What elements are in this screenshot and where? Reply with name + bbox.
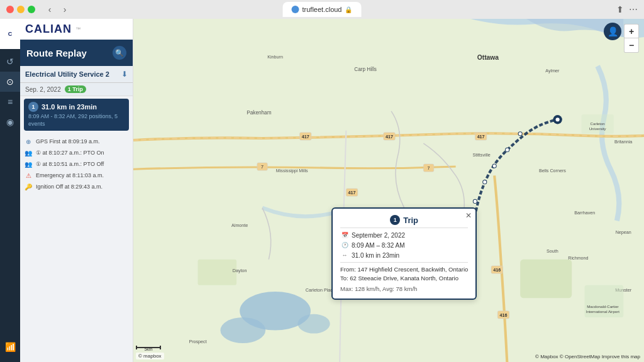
browser-right-buttons: ⬆ ⋯ [616, 4, 638, 14]
map-background: 417 417 417 417 7 7 416 416 Ottawa [133, 19, 644, 362]
logo-trademark: ™ [75, 26, 80, 32]
logo-header: CALIAN ™ [20, 19, 133, 40]
popup-time: 8:09 AM – 8:32 AM [352, 242, 405, 249]
zoom-out-button[interactable]: − [625, 38, 638, 52]
browser-dots [6, 6, 35, 13]
panel-search-button[interactable]: 🔍 [113, 46, 126, 60]
date-text: Sep. 2, 2022 [25, 86, 61, 93]
svg-text:7: 7 [428, 166, 430, 171]
pto-off-icon: 👥 [24, 160, 33, 168]
popup-from: From: 147 Highfield Crescent, Backwith, … [340, 265, 468, 274]
date-row: Sep. 2, 2022 1 Trip [20, 83, 133, 96]
logo-area: C [0, 19, 20, 49]
event-text-ignition: Ignition Off at 8:29:43 a.m. [36, 184, 103, 190]
svg-text:International Airport: International Airport [586, 309, 620, 314]
svg-text:Aylmer: Aylmer [545, 69, 560, 74]
tab-title: trufleet.cloud [303, 6, 342, 13]
browser-chrome: ‹ › trufleet.cloud 🔒 ⬆ ⋯ [0, 0, 644, 19]
svg-text:Carp Hills: Carp Hills [354, 67, 377, 72]
trip-distance: 31.0 km in 23min [42, 103, 97, 111]
svg-rect-60 [136, 346, 137, 349]
svg-text:Stittsville: Stittsville [473, 153, 491, 158]
svg-rect-5 [198, 260, 237, 285]
popup-date-row: 📅 September 2, 2022 [340, 231, 468, 239]
browser-menu-icon[interactable]: ⋯ [629, 4, 638, 14]
trip-meta: 8:09 AM - 8:32 AM, 292 positions, 5 even… [28, 113, 125, 128]
svg-text:5km: 5km [144, 347, 152, 351]
svg-text:Ottawa: Ottawa [477, 54, 499, 61]
nav-settings-btn[interactable]: ◉ [0, 112, 20, 132]
trip-item[interactable]: 1 31.0 km in 23min 8:09 AM - 8:32 AM, 29… [24, 99, 129, 131]
close-dot[interactable] [6, 6, 14, 13]
event-item-pto1: 👥 ① at 8:10:27 a.m.: PTO On [24, 147, 129, 158]
popup-speed: Max: 128 km/h, Avg: 78 km/h [340, 285, 468, 292]
svg-text:Pakenham: Pakenham [247, 110, 271, 116]
user-icon-button[interactable]: 👤 [604, 23, 621, 40]
vehicle-selector[interactable]: Electrical Utility Service 2 ⬇ [20, 66, 133, 83]
browser-nav: ‹ › [44, 4, 70, 15]
popup-trip-badge: 1 [390, 215, 400, 225]
zoom-controls: + − [624, 24, 639, 53]
scale-bar: 5km [136, 342, 164, 353]
pto-on-icon: 👥 [24, 148, 33, 157]
popup-separator-2 [340, 262, 468, 263]
svg-text:Richmond: Richmond [568, 256, 588, 261]
nav-signal-btn[interactable]: 📶 [0, 337, 20, 357]
nav-menu-btn[interactable]: ≡ [0, 92, 20, 112]
svg-text:Kinburn: Kinburn [267, 55, 283, 60]
nav-refresh-btn[interactable]: ↺ [0, 52, 20, 72]
trip-item-header: 1 31.0 km in 23min [28, 102, 125, 112]
mapbox-logo: © mapbox [136, 353, 164, 359]
popup-date: September 2, 2022 [352, 232, 405, 239]
svg-text:416: 416 [500, 313, 508, 318]
tab-favicon [292, 6, 299, 13]
event-text-emergency: Emergency at 8:11:03 a.m. [36, 172, 104, 178]
forward-button[interactable]: › [59, 4, 70, 15]
zoom-in-button[interactable]: + [625, 25, 638, 38]
svg-text:Nepean: Nepean [616, 230, 631, 235]
svg-text:417: 417 [477, 134, 485, 140]
nav-map-btn[interactable]: ⊙ [0, 72, 20, 92]
browser-share-icon[interactable]: ⬆ [616, 4, 624, 14]
popup-route-icon: ↔ [340, 251, 349, 260]
svg-point-47 [554, 116, 560, 123]
trip-number-badge: 1 [28, 102, 38, 112]
svg-text:Bells Corners: Bells Corners [539, 168, 566, 173]
svg-text:Macdonald-Cartier: Macdonald-Cartier [587, 304, 619, 309]
map-controls: + − [624, 24, 639, 53]
panel-title: Route Replay [26, 48, 87, 58]
scale-bar-svg: 5km [136, 343, 164, 351]
svg-text:Britannia: Britannia [614, 140, 632, 145]
popup-separator [340, 228, 468, 228]
vehicle-download-icon[interactable]: ⬇ [121, 70, 128, 79]
trip-popup: ✕ 1 Trip 📅 September 2, 2022 🕐 8:09 AM –… [331, 207, 477, 300]
svg-rect-4 [520, 260, 572, 299]
map-attribution: © Mapbox © OpenStreetMap Improve this ma… [535, 354, 640, 359]
popup-close-button[interactable]: ✕ [465, 211, 472, 220]
map-area[interactable]: 417 417 417 417 7 7 416 416 Ottawa [133, 19, 644, 362]
svg-text:University: University [589, 126, 607, 131]
popup-time-row: 🕐 8:09 AM – 8:32 AM [340, 241, 468, 250]
popup-calendar-icon: 📅 [340, 231, 349, 239]
popup-to: To: 62 Steeacie Drive, Kanata North, Ont… [340, 274, 468, 283]
browser-tab[interactable]: trufleet.cloud 🔒 [283, 2, 362, 17]
panel-header: Route Replay 🔍 [20, 40, 133, 66]
maximize-dot[interactable] [28, 6, 35, 13]
svg-text:Almonte: Almonte [231, 223, 248, 228]
event-item-gps: ⊕ GPS First at 8:09:19 a.m. [24, 136, 129, 147]
event-text-pto2: ① at 8:10:51 a.m.: PTO Off [36, 161, 104, 167]
popup-from-to: From: 147 Highfield Crescent, Backwith, … [340, 265, 468, 283]
svg-point-3 [297, 314, 330, 334]
minimize-dot[interactable] [17, 6, 25, 13]
svg-text:Barrhaven: Barrhaven [574, 211, 595, 216]
app-container: C ↺ ⊙ ≡ ◉ 📶 CALIAN ™ Route Replay 🔍 Elec… [0, 19, 644, 362]
nav-sidebar: C ↺ ⊙ ≡ ◉ 📶 [0, 19, 20, 362]
browser-tab-bar: trufleet.cloud 🔒 [283, 2, 362, 17]
svg-text:417: 417 [302, 134, 309, 140]
svg-text:417: 417 [348, 190, 356, 195]
event-item-pto2: 👥 ① at 8:10:51 a.m.: PTO Off [24, 158, 129, 170]
logo-text: CALIAN [25, 23, 72, 36]
svg-text:416: 416 [493, 268, 501, 273]
popup-distance-row: ↔ 31.0 km in 23min [340, 251, 468, 260]
back-button[interactable]: ‹ [44, 4, 55, 15]
